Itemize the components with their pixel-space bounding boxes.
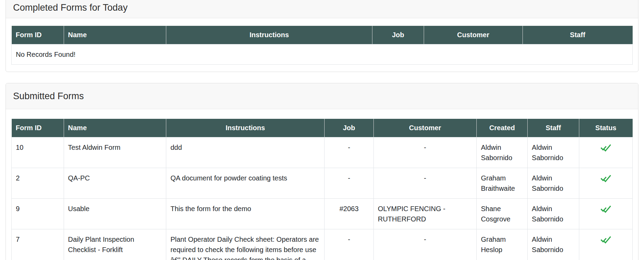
submitted-forms-title: Submitted Forms	[13, 91, 631, 102]
double-check-icon	[600, 174, 611, 183]
cell-staff: Aldwin Sabornido	[528, 198, 579, 229]
col-header-staff: Staff	[528, 119, 579, 137]
col-header-status: Status	[579, 119, 632, 137]
cell-instructions: This the form for the demo	[166, 198, 325, 229]
completed-forms-table: Form ID Name Instructions Job Customer S…	[11, 26, 633, 65]
submitted-form-row[interactable]: 9 Usable This the form for the demo #206…	[12, 198, 633, 229]
cell-staff: Aldwin Sabornido	[528, 137, 579, 168]
col-header-instructions: Instructions	[166, 26, 372, 44]
cell-job: -	[325, 229, 374, 260]
completed-forms-card: Completed Forms for Today Form ID Name I…	[6, 0, 638, 72]
col-header-name: Name	[64, 26, 166, 44]
cell-instructions: QA document for powder coating tests	[166, 168, 325, 198]
col-header-created: Created	[477, 119, 528, 137]
completed-forms-card-body: Form ID Name Instructions Job Customer S…	[6, 18, 638, 72]
cell-customer: -	[373, 168, 476, 198]
col-header-staff: Staff	[522, 26, 632, 44]
col-header-job: Job	[325, 119, 374, 137]
no-records-message: No Records Found!	[12, 44, 633, 65]
cell-job: #2063	[325, 198, 374, 229]
completed-forms-title: Completed Forms for Today	[13, 2, 631, 13]
cell-created: Aldwin Sabornido	[477, 137, 528, 168]
cell-form-id: 10	[12, 137, 64, 168]
cell-name: Daily Plant Inspection Checklist - Forkl…	[64, 229, 166, 260]
submitted-forms-body: 10 Test Aldwin Form ddd - - Aldwin Sabor…	[12, 137, 633, 260]
submitted-forms-card-body: Form ID Name Instructions Job Customer C…	[6, 109, 638, 260]
submitted-forms-card-header: Submitted Forms	[6, 83, 638, 109]
cell-name: QA-PC	[64, 168, 166, 198]
double-check-icon	[600, 236, 611, 244]
cell-form-id: 9	[12, 198, 64, 229]
cell-staff: Aldwin Sabornido	[528, 229, 579, 260]
cell-status	[579, 198, 632, 229]
col-header-instructions: Instructions	[166, 119, 325, 137]
cell-created: Shane Cosgrove	[477, 198, 528, 229]
cell-instructions: Plant Operator Daily Check sheet: Operat…	[166, 229, 325, 260]
forms-dashboard-page: Completed Forms for Today Form ID Name I…	[0, 0, 644, 260]
completed-forms-header-row: Form ID Name Instructions Job Customer S…	[12, 26, 633, 44]
submitted-forms-card: Submitted Forms Form ID Name Instruction…	[6, 83, 638, 260]
empty-row: No Records Found!	[12, 44, 633, 65]
submitted-form-row[interactable]: 7 Daily Plant Inspection Checklist - For…	[12, 229, 633, 260]
submitted-forms-table: Form ID Name Instructions Job Customer C…	[11, 119, 633, 260]
cell-created: Graham Braithwaite	[477, 168, 528, 198]
cell-customer: OLYMPIC FENCING - RUTHERFORD	[373, 198, 476, 229]
cell-name: Usable	[64, 198, 166, 229]
submitted-form-row[interactable]: 10 Test Aldwin Form ddd - - Aldwin Sabor…	[12, 137, 633, 168]
cell-staff: Aldwin Sabornido	[528, 168, 579, 198]
cell-name: Test Aldwin Form	[64, 137, 166, 168]
cell-job: -	[325, 168, 374, 198]
cell-form-id: 2	[12, 168, 64, 198]
cell-created: Graham Heslop	[477, 229, 528, 260]
col-header-form-id: Form ID	[12, 26, 64, 44]
cell-customer: -	[373, 137, 476, 168]
cell-job: -	[325, 137, 374, 168]
completed-forms-card-header: Completed Forms for Today	[6, 0, 638, 18]
col-header-name: Name	[64, 119, 166, 137]
cell-customer: -	[373, 229, 476, 260]
cell-status	[579, 168, 632, 198]
cell-status	[579, 137, 632, 168]
cell-form-id: 7	[12, 229, 64, 260]
double-check-icon	[600, 144, 611, 152]
col-header-customer: Customer	[373, 119, 476, 137]
submitted-form-row[interactable]: 2 QA-PC QA document for powder coating t…	[12, 168, 633, 198]
submitted-forms-header-row: Form ID Name Instructions Job Customer C…	[12, 119, 633, 137]
cell-instructions: ddd	[166, 137, 325, 168]
cell-status	[579, 229, 632, 260]
col-header-customer: Customer	[424, 26, 522, 44]
double-check-icon	[600, 205, 611, 213]
col-header-job: Job	[372, 26, 424, 44]
col-header-form-id: Form ID	[12, 119, 64, 137]
